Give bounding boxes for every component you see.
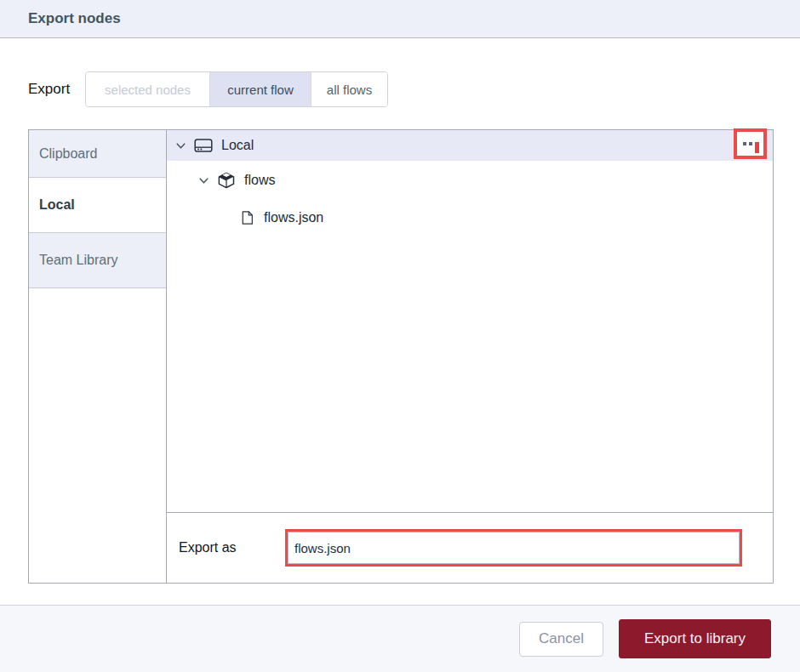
library-tree-pane: Local flows [167,130,773,583]
library-sidebar: Clipboard Local Team Library [29,130,167,583]
cancel-button[interactable]: Cancel [519,622,603,657]
dialog-footer: Cancel Export to library [0,605,800,672]
segment-all-flows[interactable]: all flows [311,72,387,106]
export-to-library-button[interactable]: Export to library [619,619,771,658]
segment-current-flow[interactable]: current flow [210,72,311,106]
hard-drive-icon [194,137,213,154]
library-tab-local[interactable]: Local [29,178,166,233]
filename-row: Export as [167,512,773,583]
tree-row-flows[interactable]: flows [167,168,773,193]
tree-row-label: flows [244,173,275,188]
annotation-box [285,529,742,567]
chevron-down-icon[interactable] [174,140,187,152]
tree-row-local[interactable]: Local [167,130,773,161]
export-scope-segmented-control: selected nodes current flow all flows [85,71,388,107]
export-scope-label: Export [28,81,85,98]
filename-label: Export as [179,540,285,555]
export-scope-row: Export selected nodes current flow all f… [28,71,388,107]
tree-row-flows-json[interactable]: flows.json [167,205,773,231]
library-menu-button[interactable] [737,132,763,156]
tree-row-label: Local [221,138,254,153]
filename-input[interactable] [288,532,740,564]
annotation-box [734,128,767,159]
file-icon [240,209,255,226]
annotation-mark [755,142,759,153]
library-tab-clipboard[interactable]: Clipboard [29,130,166,178]
dialog-title: Export nodes [28,10,121,27]
chevron-down-icon[interactable] [197,174,210,187]
library-tab-team-library[interactable]: Team Library [29,233,166,288]
segment-selected-nodes[interactable]: selected nodes [86,72,210,106]
dialog-header: Export nodes [0,0,800,38]
package-icon [217,172,236,189]
library-browser: Clipboard Local Team Library Local [28,129,774,584]
tree-row-label: flows.json [264,210,323,225]
